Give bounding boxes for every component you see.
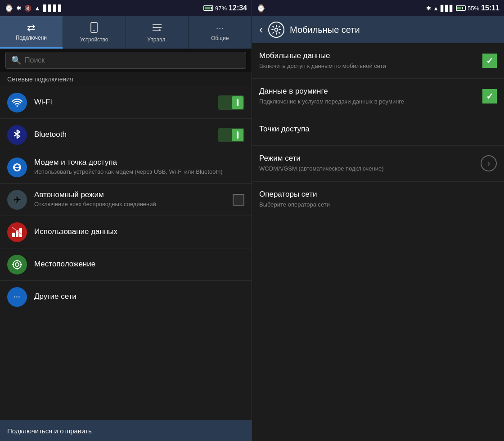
roaming-subtitle: Подключение к услугам передачи данных в … [259,98,482,106]
bluetooth-text: Bluetooth [34,130,218,140]
battery-fill-left [205,7,210,9]
status-right-right: ✱ ▲ ▋▋▋ 55% 15:11 [426,4,500,12]
mobile-data-item[interactable]: Мобильные данные Включить доступ к данны… [252,43,504,79]
bluetooth-icon-right: ✱ [426,5,431,12]
status-bar-right: ⌚ ✱ ▲ ▋▋▋ 55% 15:11 [252,0,504,16]
page-title: Мобильные сети [290,25,360,35]
airplane-title: Автономный режим [34,190,233,199]
bottom-bar-text: Подключиться и отправить [7,427,92,435]
watch-icon-right: ⌚ [256,4,266,13]
other-text: Другие сети [34,292,244,302]
modem-text: Модем и точка доступа Использовать устро… [34,158,244,176]
mobile-data-check[interactable] [482,54,497,68]
tab-manage[interactable]: Управл. [126,16,189,49]
airplane-item[interactable]: ✈ Автономный режим Отключение всех беспр… [0,184,252,216]
wifi-toggle[interactable] [218,95,244,110]
wifi-item[interactable]: Wi-Fi [0,86,252,119]
tab-general-label: Общие [211,35,229,41]
bluetooth-icon [7,125,27,145]
roaming-item[interactable]: Данные в роуминге Подключение к услугам … [252,79,504,114]
status-icons-right: ⌚ [256,4,266,13]
airplane-icon: ✈ [7,190,27,210]
tab-connections[interactable]: ⇄ Подключени [0,16,63,49]
signal-icon-right: ▋▋▋ [441,5,454,12]
mobile-data-title: Мобильные данные [259,51,482,60]
watch-icon: ⌚ [4,4,14,13]
tab-device-label: Устройство [80,36,108,43]
battery-percent-right: 55% [468,5,479,12]
data-usage-icon [7,222,27,242]
search-wrapper[interactable]: 🔍 [5,52,246,69]
data-usage-text: Использование данных [34,227,244,237]
wifi-title: Wi-Fi [34,98,218,107]
location-text: Местоположение [34,260,244,270]
mobile-data-text: Мобильные данные Включить доступ к данны… [259,51,482,70]
search-icon: 🔍 [11,55,21,65]
tab-device-icon [89,22,99,35]
tab-connections-icon: ⇄ [27,23,35,33]
access-points-title: Точки доступа [259,125,497,134]
network-mode-title: Режим сети [259,154,481,163]
bluetooth-toggle-bar [237,131,238,139]
wifi-status-icon-left: ▲ [34,4,40,12]
access-points-text: Точки доступа [259,125,497,135]
tab-manage-label: Управл. [147,36,166,43]
operators-item[interactable]: Операторы сети Выберите оператора сети [252,182,504,217]
svg-point-7 [16,105,18,106]
tab-connections-label: Подключени [16,35,47,41]
wifi-toggle-knob [232,96,243,109]
bottom-bar[interactable]: Подключиться и отправить [0,420,252,441]
bluetooth-item[interactable]: Bluetooth [0,119,252,151]
svg-rect-10 [12,233,15,237]
search-input[interactable] [25,56,240,64]
location-item[interactable]: Местоположение [0,248,252,281]
data-usage-item[interactable]: Использование данных [0,216,252,248]
roaming-check[interactable] [482,89,497,104]
operators-text: Операторы сети Выберите оператора сети [259,190,497,209]
status-icons-left: ⌚ ✱ 🔇 ▲ ▋▋▋▋ [4,4,63,13]
airplane-subtitle: Отключение всех беспроводных соединений [34,200,233,208]
network-mode-subtitle: WCDMA/GSM (автоматическое подключение) [259,165,481,173]
search-bar: 🔍 [0,49,252,72]
mute-icon: 🔇 [24,5,32,12]
bluetooth-toggle[interactable] [218,128,244,142]
tab-device[interactable]: Устройство [63,16,126,49]
signal-icon-left: ▋▋▋▋ [43,4,63,12]
svg-point-5 [153,27,154,28]
access-points-item[interactable]: Точки доступа [252,114,504,146]
data-usage-title: Использование данных [34,227,244,236]
bluetooth-toggle-knob [232,129,243,141]
network-mode-text: Режим сети WCDMA/GSM (автоматическое под… [259,154,481,173]
time-left: 12:34 [229,4,247,12]
time-right: 15:11 [481,4,500,12]
battery-fill-right [457,7,461,9]
other-networks-item[interactable]: ··· Другие сети [0,281,252,313]
battery-tip-right [462,7,463,9]
svg-point-14 [13,261,21,269]
roaming-title: Данные в роуминге [259,87,482,96]
airplane-checkbox[interactable] [233,194,244,206]
bluetooth-status-icon: ✱ [16,4,22,12]
network-mode-item[interactable]: Режим сети WCDMA/GSM (автоматическое под… [252,146,504,181]
mobile-data-subtitle: Включить доступ к данным по мобильной се… [259,62,482,70]
other-icon: ··· [7,287,27,307]
tab-manage-icon [152,22,162,35]
wifi-icon [7,93,27,112]
tab-general[interactable]: ··· Общие [189,16,252,49]
modem-icon [7,158,27,177]
back-button[interactable]: ‹ [259,23,263,36]
tab-general-icon: ··· [216,23,224,33]
roaming-text: Данные в роуминге Подключение к услугам … [259,87,482,106]
battery-tip-left [211,7,212,9]
operators-subtitle: Выберите оператора сети [259,201,497,209]
modem-title: Модем и точка доступа [34,158,244,167]
battery-left [203,5,213,11]
battery-right [456,5,466,11]
network-mode-chevron: › [481,155,497,171]
status-bar-left: ⌚ ✱ 🔇 ▲ ▋▋▋▋ 97% 12:34 [0,0,252,16]
location-icon [7,255,27,274]
settings-list-left: Wi-Fi Bluetooth [0,86,252,420]
modem-subtitle: Использовать устройство как модем (через… [34,168,244,176]
modem-item[interactable]: Модем и точка доступа Использовать устро… [0,151,252,184]
wifi-text: Wi-Fi [34,98,218,108]
